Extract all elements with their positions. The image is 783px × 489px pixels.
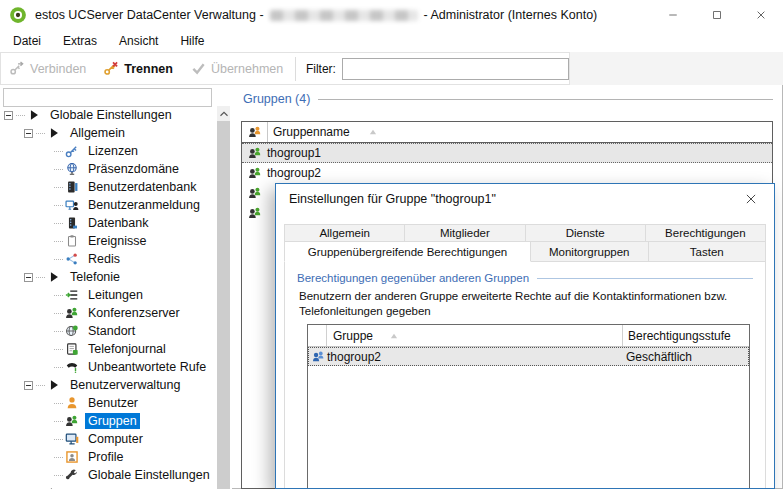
- tree-expander-icon[interactable]: [24, 129, 33, 138]
- tree-item-leitungen[interactable]: Leitungen: [0, 286, 216, 304]
- tree-item-standort[interactable]: Standort: [0, 322, 216, 340]
- tree-item-telefonie[interactable]: Telefonie: [0, 268, 216, 286]
- menu-item-extras[interactable]: Extras: [52, 31, 108, 51]
- tree-item-label: Telefonjournal: [85, 341, 169, 357]
- category-icon: [27, 108, 42, 123]
- bernehmen-button[interactable]: Übernehmen: [182, 53, 292, 84]
- settings-wrench-icon: [65, 468, 80, 483]
- dialog-close-button[interactable]: [741, 189, 761, 209]
- tree-item-label: Gruppen: [85, 413, 140, 429]
- tree-scrollbar[interactable]: [217, 106, 230, 489]
- tree-guide-line: [54, 187, 63, 188]
- tree-item-datenbank[interactable]: Datenbank: [0, 214, 216, 232]
- scrollbar-thumb[interactable]: [217, 121, 230, 489]
- groups-table-header[interactable]: Gruppenname: [242, 122, 772, 143]
- tree-guide-line: [54, 223, 63, 224]
- people-icon: [309, 350, 327, 363]
- toolbar-band: VerbindenTrennenÜbernehmen Filter:: [0, 52, 570, 85]
- user-database-icon: [65, 180, 80, 195]
- tab-allgemein[interactable]: Allgemein: [284, 224, 405, 242]
- phone-lines-icon: [65, 288, 80, 303]
- column-gruppe[interactable]: Gruppe: [333, 329, 373, 343]
- window-controls: [651, 0, 783, 30]
- tree-item-gruppen[interactable]: Gruppen: [0, 412, 216, 430]
- close-icon: [745, 193, 757, 205]
- dialog-title-bar: Einstellungen für Gruppe "thogroup1": [276, 184, 774, 214]
- filter-label: Filter:: [306, 62, 336, 76]
- tree-item-telefonjournal[interactable]: Telefonjournal: [0, 340, 216, 358]
- tab-monitorgruppen[interactable]: Monitorgruppen: [530, 241, 649, 262]
- tree-item-redis[interactable]: Redis: [0, 250, 216, 268]
- user-person-icon: [65, 396, 80, 411]
- dialog-title: Einstellungen für Gruppe "thogroup1": [289, 192, 496, 206]
- tree-guide-line: [54, 169, 63, 170]
- tree-item-konferenzserver[interactable]: Konferenzserver: [0, 304, 216, 322]
- tree-item-benutzerverwaltung[interactable]: Benutzerverwaltung: [0, 376, 216, 394]
- toolbar-separator: [295, 57, 296, 81]
- groups-people-icon: [65, 414, 80, 429]
- menu-item-hilfe[interactable]: Hilfe: [169, 31, 215, 51]
- column-berechtigungsstufe[interactable]: Berechtigungsstufe: [622, 325, 749, 346]
- permissions-table-body: thogroup2Geschäftlich: [308, 347, 749, 366]
- menu-item-datei[interactable]: Datei: [2, 31, 52, 51]
- section-title: Gruppen (4): [243, 92, 310, 106]
- license-key-icon: [65, 144, 80, 159]
- tree-item-ereignisse[interactable]: Ereignisse: [0, 232, 216, 250]
- tree-item-benutzerdatenbank[interactable]: Benutzerdatenbank: [0, 178, 216, 196]
- tree-item-label: Leitungen: [85, 287, 146, 303]
- tree-search-input[interactable]: [3, 88, 212, 107]
- tree-expander-icon[interactable]: [4, 111, 13, 120]
- permissions-table-header[interactable]: Gruppe Berechtigungsstufe: [308, 325, 749, 347]
- profile-portrait-icon: [65, 450, 80, 465]
- window-title: estos UCServer DataCenter Verwaltung - -…: [35, 8, 597, 22]
- people-icon: [242, 166, 267, 180]
- tree-expander-icon[interactable]: [24, 273, 33, 282]
- permission-row-thogroup2[interactable]: thogroup2Geschäftlich: [308, 347, 749, 366]
- tree-item-benutzeranmeldung[interactable]: Benutzeranmeldung: [0, 196, 216, 214]
- tree-item-lizenzen[interactable]: Lizenzen: [0, 142, 216, 160]
- tab-gruppen-bergreifende-berechtigungen[interactable]: Gruppenübergreifende Berechtigungen: [284, 241, 531, 262]
- tree-guide-line: [54, 367, 63, 368]
- tree-item-partial[interactable]: [0, 484, 216, 489]
- tree-item-globale-einstellungen[interactable]: Globale Einstellungen: [0, 106, 216, 124]
- menu-bar: DateiExtrasAnsichtHilfe: [0, 30, 783, 53]
- verbinden-button[interactable]: Verbinden: [1, 53, 95, 84]
- minimize-button[interactable]: [651, 0, 695, 30]
- tab-tasten[interactable]: Tasten: [648, 241, 767, 262]
- tab-berechtigungen[interactable]: Berechtigungen: [645, 224, 766, 242]
- tab-dienste[interactable]: Dienste: [525, 224, 646, 242]
- tree-item-computer[interactable]: Computer: [0, 430, 216, 448]
- tree-item-label: Globale Einstellungen: [47, 107, 175, 123]
- tree-guide-line: [36, 133, 45, 134]
- group-row-thogroup1[interactable]: thogroup1: [242, 143, 772, 163]
- tree-item-globale-einstellungen[interactable]: Globale Einstellungen: [0, 466, 216, 484]
- filter-input[interactable]: [342, 58, 569, 80]
- dialog-tabs: AllgemeinMitgliederDiensteBerechtigungen…: [284, 224, 766, 262]
- permission-level: Geschäftlich: [621, 350, 748, 364]
- maximize-button[interactable]: [695, 0, 739, 30]
- tree-item-unbeantwortete-rufe[interactable]: Unbeantwortete Rufe: [0, 358, 216, 376]
- minimize-icon: [667, 9, 679, 21]
- group-row-thogroup2[interactable]: thogroup2: [242, 163, 772, 183]
- scrollbar-up-button[interactable]: [217, 106, 230, 121]
- tab-mitglieder[interactable]: Mitglieder: [404, 224, 525, 242]
- tree-item-profile[interactable]: Profile: [0, 448, 216, 466]
- group-settings-dialog: Einstellungen für Gruppe "thogroup1" All…: [275, 183, 775, 489]
- tree-item-pr-senzdom-ne[interactable]: Präsenzdomäne: [0, 160, 216, 178]
- tree-item-allgemein[interactable]: Allgemein: [0, 124, 216, 142]
- column-gruppenname[interactable]: Gruppenname: [273, 125, 350, 139]
- app-logo-icon: [9, 6, 27, 24]
- permissions-table: Gruppe Berechtigungsstufe thogroup2Gesch…: [307, 324, 750, 489]
- category-icon: [47, 378, 62, 393]
- tree-guide-line: [54, 421, 63, 422]
- groupbox-rule: [537, 278, 753, 279]
- close-button[interactable]: [739, 0, 783, 30]
- tree-expander-icon[interactable]: [24, 381, 33, 390]
- tree-item-benutzer[interactable]: Benutzer: [0, 394, 216, 412]
- location-globe-icon: [65, 324, 80, 339]
- menu-item-ansicht[interactable]: Ansicht: [108, 31, 169, 51]
- tab-row-2: Gruppenübergreifende BerechtigungenMonit…: [284, 242, 766, 262]
- trennen-button[interactable]: Trennen: [95, 53, 182, 84]
- chevron-up-icon: [217, 107, 231, 121]
- tree-guide-line: [54, 349, 63, 350]
